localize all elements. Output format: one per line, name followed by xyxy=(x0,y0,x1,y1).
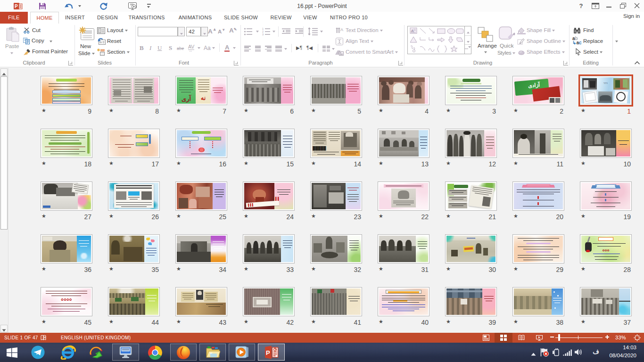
svg-text:P: P xyxy=(266,349,270,356)
svg-text:A: A xyxy=(340,27,343,32)
svg-text:3: 3 xyxy=(262,33,264,35)
